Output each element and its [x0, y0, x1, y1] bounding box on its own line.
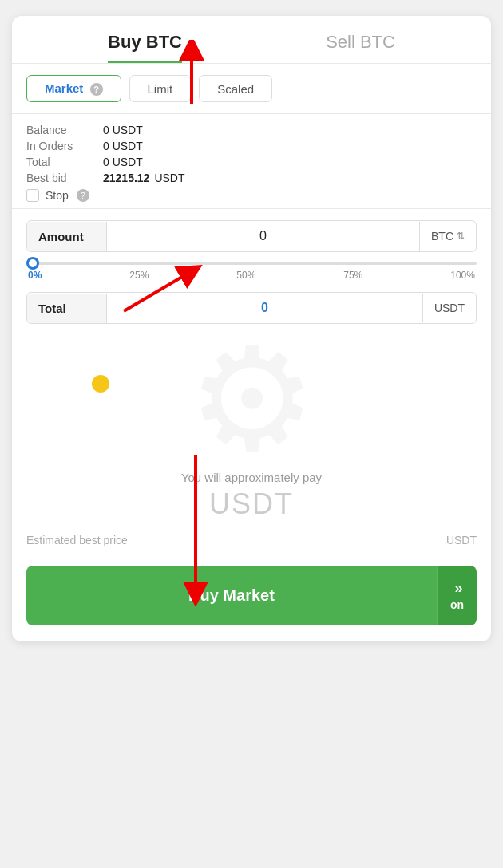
- estimated-row: Estimated best price USDT: [12, 534, 491, 558]
- total-info-row: Total 0 USDT: [26, 156, 477, 168]
- best-bid-currency: USDT: [154, 172, 184, 184]
- watermark-area: ⚙: [12, 335, 491, 463]
- amount-currency[interactable]: BTC ⇅: [419, 222, 476, 251]
- in-orders-value: 0 USDT: [103, 140, 143, 152]
- total-info-label: Total: [26, 156, 98, 168]
- fast-arrows-icon: »: [454, 580, 459, 597]
- buy-sell-tabs: Buy BTC Sell BTC: [12, 16, 491, 64]
- slider-label-0[interactable]: 0%: [28, 270, 42, 281]
- total-currency: USDT: [422, 294, 476, 322]
- total-label: Total: [27, 294, 107, 323]
- slider-label-50[interactable]: 50%: [236, 270, 255, 281]
- buy-fast-button[interactable]: » on: [437, 566, 477, 625]
- fast-label: on: [450, 598, 464, 611]
- slider-label-75[interactable]: 75%: [343, 270, 362, 281]
- best-bid-label: Best bid: [26, 172, 98, 184]
- stop-label: Stop: [46, 189, 69, 202]
- balance-row: Balance 0 USDT: [26, 124, 477, 136]
- balance-info: Balance 0 USDT In Orders 0 USDT Total 0 …: [12, 114, 491, 209]
- amount-slider-section: 0% 25% 50% 75% 100%: [12, 262, 491, 292]
- slider-labels: 0% 25% 50% 75% 100%: [26, 270, 477, 281]
- order-type-tabs: Market ? Limit Scaled: [12, 64, 491, 114]
- estimated-label: Estimated best price: [26, 534, 128, 546]
- total-field-box: Total 0 USDT: [26, 292, 477, 324]
- buy-market-button[interactable]: Buy Market: [26, 566, 437, 625]
- total-value[interactable]: 0: [107, 293, 422, 323]
- stop-checkbox[interactable]: [26, 189, 39, 202]
- pay-amount: USDT: [26, 487, 477, 521]
- stop-row: Stop ?: [26, 189, 477, 202]
- tab-sell[interactable]: Sell BTC: [326, 32, 395, 63]
- tab-buy[interactable]: Buy BTC: [108, 32, 182, 63]
- help-icon-stop[interactable]: ?: [77, 189, 89, 202]
- in-orders-row: In Orders 0 USDT: [26, 140, 477, 152]
- estimated-currency: USDT: [446, 534, 477, 546]
- amount-value[interactable]: 0: [107, 221, 419, 251]
- tab-limit[interactable]: Limit: [129, 75, 192, 102]
- balance-label: Balance: [26, 124, 98, 136]
- help-icon-market[interactable]: ?: [90, 83, 103, 96]
- tab-scaled[interactable]: Scaled: [199, 75, 272, 102]
- amount-section: Amount 0 BTC ⇅: [12, 209, 491, 252]
- slider-track[interactable]: [26, 262, 477, 265]
- slider-thumb[interactable]: [26, 257, 39, 270]
- gear-watermark-icon: ⚙: [188, 335, 316, 463]
- total-info-value: 0 USDT: [103, 156, 143, 168]
- currency-arrows-icon: ⇅: [457, 231, 465, 242]
- in-orders-label: In Orders: [26, 140, 98, 152]
- pay-info-section: You will approximately pay USDT: [12, 463, 491, 534]
- slider-container: [26, 262, 477, 265]
- trading-panel: Buy BTC Sell BTC Market ? Limit Scaled B…: [12, 16, 491, 641]
- amount-field-box: Amount 0 BTC ⇅: [26, 220, 477, 252]
- amount-label: Amount: [27, 222, 107, 251]
- tab-market[interactable]: Market ?: [26, 75, 121, 102]
- balance-value: 0 USDT: [103, 124, 143, 136]
- slider-label-25[interactable]: 25%: [129, 270, 149, 281]
- best-bid-row: Best bid 21215.12 USDT: [26, 172, 477, 184]
- slider-label-100[interactable]: 100%: [450, 270, 475, 281]
- pay-info-text: You will approximately pay: [26, 471, 477, 484]
- yellow-dot: [92, 375, 109, 393]
- buy-button-row: Buy Market » on: [26, 566, 477, 625]
- best-bid-value: 21215.12: [103, 172, 149, 184]
